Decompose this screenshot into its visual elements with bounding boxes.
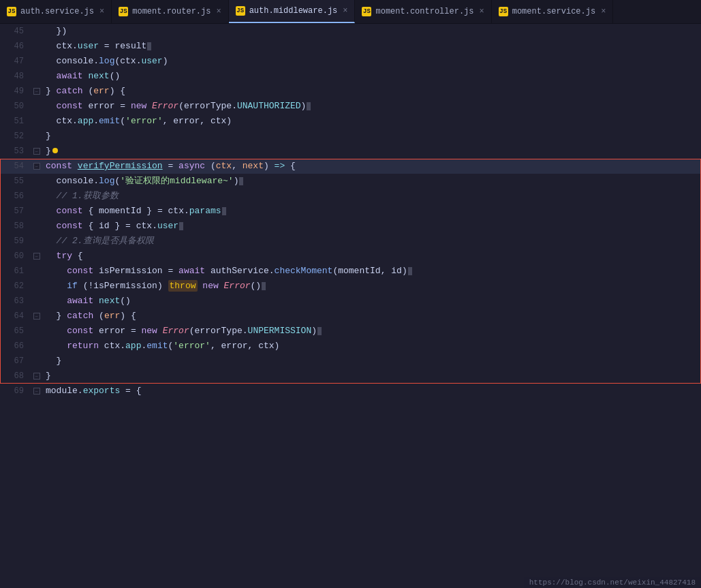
line-content-51: ctx.app.emit('error', error, ctx) bbox=[43, 114, 701, 129]
code-line-49: 49 − } catch (err) { bbox=[0, 84, 701, 99]
line-num-55: 55 bbox=[0, 174, 31, 189]
line-content-65: const error = new Error(errorType.UNPERM… bbox=[43, 324, 701, 339]
code-line-60: 60 − try { bbox=[0, 249, 701, 264]
fold-icon-68[interactable]: − bbox=[33, 373, 40, 380]
tab-close-icon[interactable]: × bbox=[99, 7, 104, 16]
code-line-61: 61 const isPermission = await authServic… bbox=[0, 264, 701, 279]
line-content-69: module.exports = { bbox=[43, 384, 701, 399]
code-line-58: 58 const { id } = ctx.user bbox=[0, 219, 701, 234]
tab-close-icon[interactable]: × bbox=[480, 7, 484, 16]
tab-moment-controller[interactable]: JS moment.controller.js × bbox=[355, 0, 491, 23]
code-line-54: 54 − const verifyPermission = async (ctx… bbox=[0, 159, 701, 174]
code-line-53: 53 − } bbox=[0, 144, 701, 159]
gutter-45 bbox=[31, 24, 43, 39]
tab-moment-service[interactable]: JS moment.service.js × bbox=[492, 0, 614, 23]
line-content-67: } bbox=[43, 354, 701, 369]
tab-auth-middleware[interactable]: JS auth.middleware.js × bbox=[229, 0, 356, 23]
line-content-46: ctx.user = result bbox=[43, 39, 701, 54]
tab-close-icon[interactable]: × bbox=[343, 6, 347, 16]
tab-label: auth.service.js bbox=[20, 7, 94, 16]
code-line-50: 50 const error = new Error(errorType.UNA… bbox=[0, 99, 701, 114]
line-content-59: // 2.查询是否具备权限 bbox=[43, 234, 701, 249]
line-content-62: if (!isPermission) throw new Error() bbox=[43, 279, 701, 294]
line-content-55: console.log('验证权限的middleware~') bbox=[43, 174, 701, 189]
code-line-62: 62 if (!isPermission) throw new Error() bbox=[0, 279, 701, 294]
line-content-52: } bbox=[43, 129, 701, 144]
tab-moment-router[interactable]: JS moment.router.js × bbox=[112, 0, 228, 23]
line-content-49: } catch (err) { bbox=[43, 84, 701, 99]
line-content-53: } bbox=[43, 144, 701, 159]
gutter-64: − bbox=[31, 309, 43, 324]
gutter-56 bbox=[31, 189, 43, 204]
line-num-54: 54 bbox=[0, 159, 31, 174]
line-num-49: 49 bbox=[0, 84, 31, 99]
code-line-57: 57 const { momentId } = ctx.params bbox=[0, 204, 701, 219]
line-content-61: const isPermission = await authService.c… bbox=[43, 264, 701, 279]
gutter-46 bbox=[31, 39, 43, 54]
code-line-68: 68 − } bbox=[0, 369, 701, 384]
tab-close-icon[interactable]: × bbox=[601, 7, 606, 16]
code-line-69: 69 − module.exports = { bbox=[0, 384, 701, 399]
fold-icon-64[interactable]: − bbox=[33, 313, 40, 320]
status-bar: https://blog.csdn.net/weixin_44827418 bbox=[524, 577, 701, 588]
gutter-60: − bbox=[31, 249, 43, 264]
line-num-52: 52 bbox=[0, 129, 31, 144]
line-num-46: 46 bbox=[0, 39, 31, 54]
code-line-63: 63 await next() bbox=[0, 294, 701, 309]
line-content-56: // 1.获取参数 bbox=[43, 189, 701, 204]
code-line-51: 51 ctx.app.emit('error', error, ctx) bbox=[0, 114, 701, 129]
line-num-64: 64 bbox=[0, 309, 31, 324]
gutter-50 bbox=[31, 99, 43, 114]
gutter-47 bbox=[31, 54, 43, 69]
line-content-48: await next() bbox=[43, 69, 701, 84]
status-url: https://blog.csdn.net/weixin_44827418 bbox=[529, 578, 696, 587]
tab-close-icon[interactable]: × bbox=[216, 7, 221, 16]
line-num-45: 45 bbox=[0, 24, 31, 39]
code-container: 45 }) 46 ctx.user = result 47 console.lo… bbox=[0, 24, 701, 588]
fold-icon-49[interactable]: − bbox=[33, 88, 40, 95]
fold-icon-53[interactable]: − bbox=[33, 148, 40, 155]
gutter-55 bbox=[31, 174, 43, 189]
line-content-47: console.log(ctx.user) bbox=[43, 54, 701, 69]
code-line-56: 56 // 1.获取参数 bbox=[0, 189, 701, 204]
gutter-61 bbox=[31, 264, 43, 279]
tab-label: moment.service.js bbox=[512, 7, 595, 16]
gutter-62 bbox=[31, 279, 43, 294]
gutter-57 bbox=[31, 204, 43, 219]
line-num-47: 47 bbox=[0, 54, 31, 69]
fold-icon-60[interactable]: − bbox=[33, 253, 40, 260]
line-num-57: 57 bbox=[0, 204, 31, 219]
tab-auth-service[interactable]: JS auth.service.js × bbox=[0, 0, 112, 23]
code-line-66: 66 return ctx.app.emit('error', error, c… bbox=[0, 339, 701, 354]
line-content-60: try { bbox=[43, 249, 701, 264]
line-num-66: 66 bbox=[0, 339, 31, 354]
gutter-54: − bbox=[31, 159, 43, 174]
code-line-55: 55 console.log('验证权限的middleware~') bbox=[0, 174, 701, 189]
fold-icon-69[interactable]: − bbox=[33, 388, 40, 394]
fold-icon-54[interactable]: − bbox=[33, 163, 40, 170]
tab-label: moment.controller.js bbox=[375, 7, 473, 16]
code-line-65: 65 const error = new Error(errorType.UNP… bbox=[0, 324, 701, 339]
js-icon: JS bbox=[119, 7, 128, 16]
line-num-65: 65 bbox=[0, 324, 31, 339]
line-num-56: 56 bbox=[0, 189, 31, 204]
gutter-68: − bbox=[31, 369, 43, 384]
gutter-49: − bbox=[31, 84, 43, 99]
gutter-66 bbox=[31, 339, 43, 354]
line-num-53: 53 bbox=[0, 144, 31, 159]
line-num-69: 69 bbox=[0, 384, 31, 399]
line-num-63: 63 bbox=[0, 294, 31, 309]
line-content-50: const error = new Error(errorType.UNAUTH… bbox=[43, 99, 701, 114]
gutter-51 bbox=[31, 114, 43, 129]
line-content-58: const { id } = ctx.user bbox=[43, 219, 701, 234]
tab-bar: JS auth.service.js × JS moment.router.js… bbox=[0, 0, 701, 24]
code-line-59: 59 // 2.查询是否具备权限 bbox=[0, 234, 701, 249]
gutter-48 bbox=[31, 69, 43, 84]
line-content-54: const verifyPermission = async (ctx, nex… bbox=[43, 159, 701, 174]
line-content-45: }) bbox=[43, 24, 701, 39]
js-icon: JS bbox=[499, 7, 508, 16]
line-num-48: 48 bbox=[0, 69, 31, 84]
code-line-67: 67 } bbox=[0, 354, 701, 369]
gutter-69: − bbox=[31, 384, 43, 399]
line-content-57: const { momentId } = ctx.params bbox=[43, 204, 701, 219]
